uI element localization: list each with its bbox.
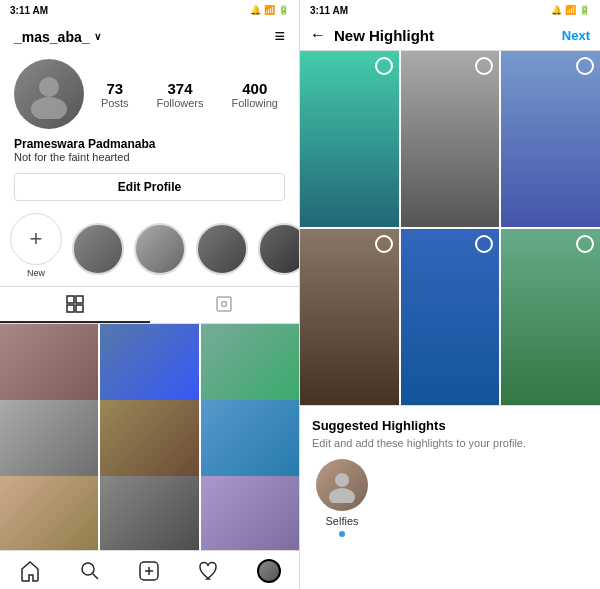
- grid-icon: [66, 295, 84, 313]
- add-icon: [138, 560, 160, 582]
- nav-add[interactable]: [120, 559, 180, 583]
- nav-heart[interactable]: [179, 559, 239, 583]
- story-item-4[interactable]: [258, 223, 299, 278]
- select-indicator-4: [375, 235, 393, 253]
- nav-search[interactable]: [60, 559, 120, 583]
- svg-rect-4: [67, 305, 74, 312]
- right-status-bar: 3:11 AM 🔔 📶 🔋: [300, 0, 600, 20]
- dot-indicator: [339, 531, 345, 537]
- highlight-grid: [300, 51, 600, 405]
- suggested-desc: Edit and add these highlights to your pr…: [312, 437, 588, 449]
- stats-row: 73 Posts 374 Followers 400 Following: [94, 80, 285, 109]
- tab-bar: [0, 286, 299, 324]
- search-icon: [79, 560, 101, 582]
- story-circle-4: [258, 223, 299, 275]
- suggested-title: Suggested Highlights: [312, 418, 588, 433]
- tab-tagged[interactable]: [150, 287, 300, 323]
- story-item-3[interactable]: [196, 223, 248, 278]
- heart-icon: [198, 560, 220, 582]
- svg-point-7: [222, 302, 227, 307]
- highlight-cell-6[interactable]: [501, 229, 600, 405]
- right-panel: 3:11 AM 🔔 📶 🔋 ← New Highlight Next: [300, 0, 600, 589]
- back-button[interactable]: ←: [310, 26, 326, 44]
- story-new-label: New: [27, 268, 45, 278]
- photo-grid: [0, 324, 299, 550]
- highlight-cell-5[interactable]: [401, 229, 500, 405]
- svg-rect-3: [76, 296, 83, 303]
- select-indicator-3: [576, 57, 594, 75]
- svg-line-9: [92, 574, 98, 580]
- grid-cell-8[interactable]: [100, 476, 198, 550]
- right-header: ← New Highlight Next: [300, 20, 600, 51]
- svg-rect-2: [67, 296, 74, 303]
- followers-label: Followers: [156, 97, 203, 109]
- profile-avatar-nav: [257, 559, 281, 583]
- bio-desc: Not for the faint hearted: [14, 151, 285, 163]
- left-status-bar: 3:11 AM 🔔 📶 🔋: [0, 0, 299, 20]
- dropdown-icon[interactable]: ∨: [94, 31, 101, 42]
- select-indicator-1: [375, 57, 393, 75]
- select-indicator-6: [576, 235, 594, 253]
- posts-count: 73: [106, 80, 123, 97]
- suggested-label-selfies: Selfies: [325, 515, 358, 527]
- followers-count: 374: [167, 80, 192, 97]
- select-indicator-5: [475, 235, 493, 253]
- following-count: 400: [242, 80, 267, 97]
- username-area[interactable]: _mas_aba_ ∨: [14, 29, 101, 45]
- highlight-cell-1[interactable]: [300, 51, 399, 227]
- svg-point-1: [31, 97, 67, 119]
- story-circle-3: [196, 223, 248, 275]
- edit-profile-button[interactable]: Edit Profile: [14, 173, 285, 201]
- stories-row: + New: [0, 209, 299, 286]
- svg-rect-5: [76, 305, 83, 312]
- right-status-icons: 🔔 📶 🔋: [551, 5, 590, 15]
- avatar-image: [24, 69, 74, 119]
- bio-name: Prameswara Padmanaba: [14, 137, 285, 151]
- story-new[interactable]: + New: [10, 213, 62, 278]
- suggested-avatar: [316, 459, 368, 511]
- highlight-cell-3[interactable]: [501, 51, 600, 227]
- right-time: 3:11 AM: [310, 5, 348, 16]
- new-highlight-title: New Highlight: [334, 27, 434, 44]
- username: _mas_aba_: [14, 29, 90, 45]
- nav-profile[interactable]: [239, 559, 299, 583]
- left-panel: 3:11 AM 🔔 📶 🔋 _mas_aba_ ∨ ≡ 73 Posts: [0, 0, 300, 589]
- profile-header: _mas_aba_ ∨ ≡: [0, 20, 299, 53]
- select-indicator-2: [475, 57, 493, 75]
- highlight-cell-2[interactable]: [401, 51, 500, 227]
- story-add-button[interactable]: +: [10, 213, 62, 265]
- suggested-avatar-image: [324, 467, 360, 503]
- following-stat[interactable]: 400 Following: [232, 80, 278, 109]
- tab-grid[interactable]: [0, 287, 150, 323]
- tag-icon: [215, 295, 233, 313]
- following-label: Following: [232, 97, 278, 109]
- suggested-section: Suggested Highlights Edit and add these …: [300, 405, 600, 589]
- posts-label: Posts: [101, 97, 129, 109]
- home-icon: [19, 560, 41, 582]
- svg-point-8: [82, 563, 94, 575]
- hamburger-menu[interactable]: ≡: [274, 26, 285, 47]
- avatar[interactable]: [14, 59, 84, 129]
- followers-stat[interactable]: 374 Followers: [156, 80, 203, 109]
- bio-section: Prameswara Padmanaba Not for the faint h…: [0, 137, 299, 171]
- svg-point-13: [335, 473, 349, 487]
- grid-cell-7[interactable]: [0, 476, 98, 550]
- story-circle-1: [72, 223, 124, 275]
- story-item-2[interactable]: [134, 223, 186, 278]
- posts-stat[interactable]: 73 Posts: [101, 80, 129, 109]
- story-circle-2: [134, 223, 186, 275]
- next-button[interactable]: Next: [562, 28, 590, 43]
- bottom-nav: [0, 550, 299, 589]
- svg-point-0: [39, 77, 59, 97]
- left-time: 3:11 AM: [10, 5, 48, 16]
- right-header-left: ← New Highlight: [310, 26, 434, 44]
- nav-home[interactable]: [0, 559, 60, 583]
- profile-stats: 73 Posts 374 Followers 400 Following: [0, 53, 299, 137]
- svg-point-14: [329, 488, 355, 503]
- left-status-icons: 🔔 📶 🔋: [250, 5, 289, 15]
- svg-rect-6: [217, 297, 231, 311]
- suggested-item-selfies[interactable]: Selfies: [312, 459, 372, 537]
- grid-cell-9[interactable]: [201, 476, 299, 550]
- story-item-1[interactable]: [72, 223, 124, 278]
- highlight-cell-4[interactable]: [300, 229, 399, 405]
